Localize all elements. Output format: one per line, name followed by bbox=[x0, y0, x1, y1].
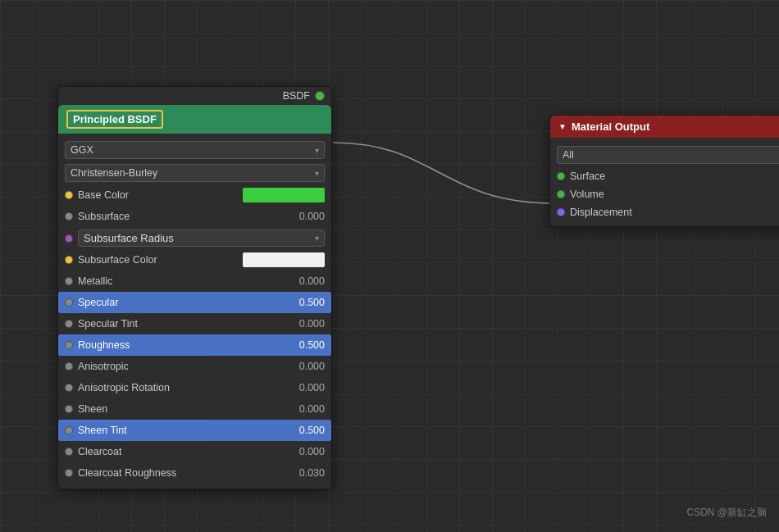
watermark: CSDN @新缸之脑 bbox=[686, 506, 767, 520]
anisotropic-rotation-value: 0.000 bbox=[299, 382, 325, 393]
triangle-icon: ▼ bbox=[558, 122, 567, 131]
anisotropic-row: Anisotropic 0.000 bbox=[58, 356, 331, 377]
sheen-label: Sheen bbox=[78, 403, 296, 415]
material-output-node: ▼ Material Output All ▾ Surface Volume D… bbox=[549, 115, 779, 227]
volume-row: Volume bbox=[550, 185, 779, 203]
specular-tint-row: Specular Tint 0.000 bbox=[58, 313, 331, 334]
clearcoat-socket bbox=[65, 448, 73, 456]
specular-value: 0.500 bbox=[299, 297, 325, 308]
displacement-row: Displacement bbox=[550, 203, 779, 221]
clearcoat-roughness-socket bbox=[65, 469, 73, 477]
displacement-socket bbox=[557, 208, 565, 216]
subsurface-socket bbox=[65, 212, 73, 221]
material-dropdown-row[interactable]: All ▾ bbox=[550, 143, 779, 167]
sheen-row: Sheen 0.000 bbox=[58, 398, 331, 420]
base-color-row: Base Color bbox=[58, 184, 331, 206]
clearcoat-row: Clearcoat 0.000 bbox=[58, 441, 331, 462]
specular-tint-socket bbox=[65, 320, 73, 328]
surface-row: Surface bbox=[550, 167, 779, 185]
material-dropdown[interactable]: All ▾ bbox=[557, 146, 779, 164]
ggx-dropdown-row[interactable]: GGX ▾ bbox=[58, 139, 331, 161]
subsurface-radius-socket bbox=[65, 234, 73, 243]
base-color-swatch[interactable] bbox=[243, 188, 325, 202]
christensen-arrow-icon: ▾ bbox=[315, 169, 319, 178]
metallic-row: Metallic 0.000 bbox=[58, 271, 331, 292]
ggx-dropdown[interactable]: GGX ▾ bbox=[65, 141, 325, 159]
principled-node-title: Principled BSDF bbox=[66, 110, 163, 129]
material-output-body: All ▾ Surface Volume Displacement bbox=[550, 138, 779, 226]
subsurface-radius-label: Subsurface Radius bbox=[84, 232, 174, 244]
sheen-value: 0.000 bbox=[299, 403, 325, 415]
volume-label: Volume bbox=[570, 189, 604, 200]
metallic-socket bbox=[65, 277, 73, 285]
surface-label: Surface bbox=[570, 171, 605, 182]
material-output-title: Material Output bbox=[572, 120, 649, 133]
clearcoat-label: Clearcoat bbox=[78, 446, 296, 457]
subsurface-radius-dropdown[interactable]: Subsurface Radius ▾ bbox=[78, 230, 325, 247]
anisotropic-socket bbox=[65, 362, 73, 371]
specular-socket bbox=[65, 298, 73, 307]
subsurface-color-socket bbox=[65, 256, 73, 264]
christensen-dropdown[interactable]: Christensen-Burley ▾ bbox=[65, 164, 325, 182]
specular-tint-label: Specular Tint bbox=[78, 318, 296, 330]
subsurface-radius-arrow: ▾ bbox=[315, 234, 319, 243]
sheen-socket bbox=[65, 405, 73, 413]
material-dropdown-value: All bbox=[563, 149, 574, 161]
volume-socket bbox=[557, 190, 565, 198]
metallic-value: 0.000 bbox=[299, 275, 325, 287]
clearcoat-roughness-value: 0.030 bbox=[299, 467, 325, 479]
principled-node-header: Principled BSDF bbox=[58, 105, 331, 134]
bsdf-output-row: BSDF bbox=[58, 87, 331, 105]
material-output-header: ▼ Material Output bbox=[550, 116, 779, 138]
subsurface-radius-row: Subsurface Radius ▾ bbox=[58, 227, 331, 249]
anisotropic-rotation-socket bbox=[65, 384, 73, 392]
sheen-tint-socket bbox=[65, 426, 73, 434]
subsurface-color-row: Subsurface Color bbox=[58, 249, 331, 271]
displacement-label: Displacement bbox=[570, 207, 632, 218]
subsurface-color-swatch[interactable] bbox=[243, 252, 325, 267]
specular-label: Specular bbox=[78, 297, 296, 308]
clearcoat-roughness-label: Clearcoat Roughness bbox=[78, 467, 296, 479]
ggx-value: GGX bbox=[71, 144, 93, 156]
anisotropic-rotation-row: Anisotropic Rotation 0.000 bbox=[58, 377, 331, 398]
base-color-label: Base Color bbox=[78, 189, 243, 201]
sheen-tint-label: Sheen Tint bbox=[78, 425, 296, 436]
subsurface-color-label: Subsurface Color bbox=[78, 254, 243, 266]
roughness-label: Roughness bbox=[78, 339, 296, 351]
subsurface-label: Subsurface bbox=[78, 211, 296, 222]
specular-row[interactable]: Specular 0.500 bbox=[58, 292, 331, 313]
principled-node-body: GGX ▾ Christensen-Burley ▾ Base Color Su… bbox=[58, 134, 331, 489]
ggx-arrow-icon: ▾ bbox=[315, 146, 319, 155]
anisotropic-rotation-label: Anisotropic Rotation bbox=[78, 382, 296, 393]
clearcoat-value: 0.000 bbox=[299, 446, 325, 457]
christensen-value: Christensen-Burley bbox=[71, 167, 157, 179]
subsurface-row: Subsurface 0.000 bbox=[58, 206, 331, 227]
sheen-tint-value: 0.500 bbox=[299, 425, 325, 436]
roughness-socket bbox=[65, 341, 73, 349]
base-color-socket bbox=[65, 191, 73, 199]
bsdf-output-socket[interactable] bbox=[315, 91, 325, 101]
roughness-value: 0.500 bbox=[299, 339, 325, 351]
subsurface-value: 0.000 bbox=[299, 211, 325, 222]
clearcoat-roughness-row: Clearcoat Roughness 0.030 bbox=[58, 462, 331, 484]
principled-bsdf-node: BSDF Principled BSDF GGX ▾ Christensen-B… bbox=[57, 86, 332, 489]
metallic-label: Metallic bbox=[78, 275, 296, 287]
anisotropic-label: Anisotropic bbox=[78, 361, 296, 372]
surface-socket bbox=[557, 172, 565, 180]
roughness-row[interactable]: Roughness 0.500 bbox=[58, 334, 331, 356]
bsdf-output-label: BSDF bbox=[283, 90, 310, 102]
specular-tint-value: 0.000 bbox=[299, 318, 325, 330]
sheen-tint-row[interactable]: Sheen Tint 0.500 bbox=[58, 420, 331, 441]
anisotropic-value: 0.000 bbox=[299, 361, 325, 372]
christensen-dropdown-row[interactable]: Christensen-Burley ▾ bbox=[58, 161, 331, 184]
